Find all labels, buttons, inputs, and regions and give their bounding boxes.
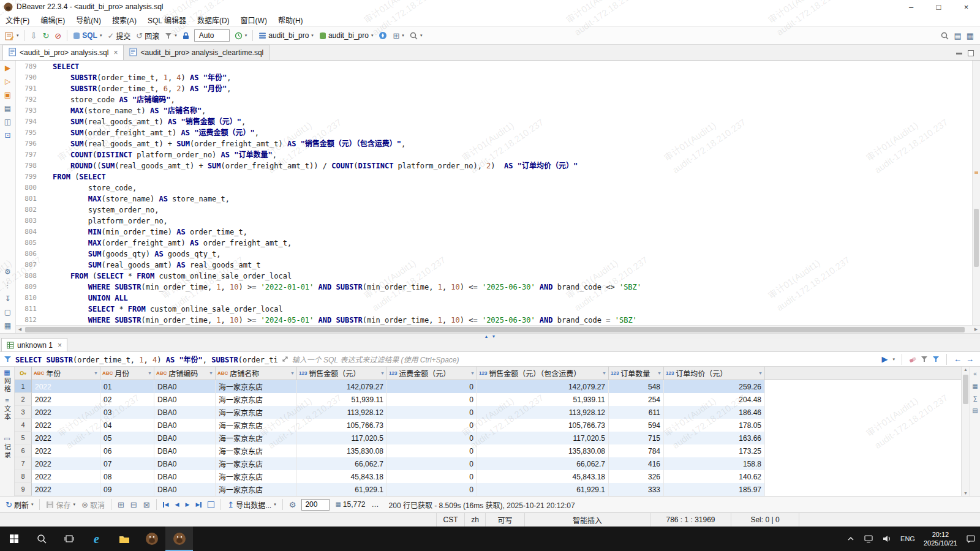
lock-button[interactable] [180,28,192,43]
record-mode-toggle[interactable]: ▭ 记录 [2,435,12,459]
table-cell[interactable]: DBA0 [154,444,216,457]
table-cell[interactable]: 51,939.11 [477,393,609,406]
column-filter-icon[interactable]: ▼ [470,371,475,375]
export-icon[interactable]: ↧ [4,295,10,302]
code-line[interactable]: 811 SELECT * FROM custom_online_sale_ord… [16,304,980,315]
database-select[interactable]: audit_bi_pro ▾ [256,28,316,43]
disconnect-button[interactable]: ⊘ [52,28,64,43]
file-icon[interactable]: ▢ [4,309,11,316]
table-cell[interactable]: 海一家京东店 [216,380,297,393]
table-cell[interactable]: 140.62 [664,470,765,483]
results-settings-button[interactable]: ⚙ [287,498,299,511]
row-number[interactable]: 5 [15,432,32,444]
table-cell[interactable]: 254 [609,393,664,406]
table-cell[interactable]: DBA0 [154,406,216,419]
table-cell[interactable]: 715 [609,432,664,444]
code-line[interactable]: 802 system_order_no, [16,204,980,216]
column-filter-icon[interactable]: ▼ [209,371,213,375]
editor-vscrollbar[interactable] [972,61,980,325]
maximize-editor-button[interactable] [968,50,974,56]
table-cell[interactable]: 01 [100,380,154,393]
ie-taskbar-icon[interactable]: e [83,527,110,551]
calc-panel-icon[interactable]: ∑ [973,395,977,402]
file-explorer-icon[interactable] [110,527,138,551]
table-cell[interactable]: 163.66 [664,432,765,444]
toolbar-search-button[interactable]: ▾ [407,28,425,43]
task-view-button[interactable] [55,527,83,551]
output-panel-icon[interactable]: ⊡ [4,132,10,139]
table-cell[interactable]: 海一家京东店 [216,393,297,406]
apply-filter-button[interactable]: ▶ [881,355,888,363]
table-cell[interactable]: 45,843.18 [477,470,609,483]
table-cell[interactable]: 海一家京东店 [216,432,297,444]
row-number[interactable]: 9 [15,483,32,496]
menu-item[interactable]: 数据库(D) [192,13,235,26]
auto-refresh-button[interactable]: ▾ [232,28,250,43]
table-cell[interactable]: 07 [100,457,154,470]
table-cell[interactable]: 0 [387,470,477,483]
filter-menu-icon[interactable] [932,356,940,362]
table-cell[interactable]: 2022 [32,470,100,483]
explain-plan-button[interactable]: ▣ [4,91,11,99]
code-line[interactable]: 795 SUM(order_freight_amt_t) AS "运费金额（元）… [16,127,980,138]
grid-vscroll-thumb[interactable] [963,375,968,404]
code-line[interactable]: 792 store_code AS "店铺编码", [16,94,980,105]
history-forward-button[interactable]: → [966,355,974,363]
taskbar-search-button[interactable] [28,527,55,551]
fetch-last-button[interactable]: ▶ [193,498,204,511]
table-cell[interactable]: 548 [609,380,664,393]
code-line[interactable]: 801 MAX(store_name) AS store_name_t, [16,193,980,204]
scroll-left-icon[interactable]: ◀ [16,327,24,332]
column-filter-icon[interactable]: ▼ [148,371,152,375]
taskbar-clock[interactable]: 20:12 2025/10/21 [919,527,962,551]
code-line[interactable]: 790 SUBSTR(order_time_t, 1, 4) AS "年份", [16,72,980,83]
menu-item[interactable]: 窗口(W) [235,13,273,26]
table-cell[interactable]: 784 [609,444,664,457]
row-number[interactable]: 2 [15,393,32,406]
table-cell[interactable]: 海一家京东店 [216,444,297,457]
transaction-filter-button[interactable]: ▾ [162,28,179,43]
table-cell[interactable]: 61,929.1 [477,483,609,496]
results-tab-close-icon[interactable]: × [58,341,62,350]
table-cell[interactable]: DBA0 [154,432,216,444]
code-line[interactable]: 805 MAX(order_freight_amt) AS order_frei… [16,238,980,249]
table-cell[interactable]: DBA0 [154,380,216,393]
results-tab[interactable]: unknown 1 × [1,338,67,351]
table-cell[interactable]: DBA0 [154,470,216,483]
table-cell[interactable]: 117,020.5 [297,432,387,444]
code-line[interactable]: 789SELECT [16,61,980,72]
row-number[interactable]: 7 [15,457,32,470]
code-line[interactable]: 804 MIN(min_order_time) AS order_time_t, [16,227,980,238]
code-line[interactable]: 797 COUNT(DISTINCT platform_order_no) AS… [16,149,980,160]
table-cell[interactable]: 66,062.7 [297,457,387,470]
row-number[interactable]: 4 [15,419,32,432]
table-cell[interactable]: 03 [100,406,154,419]
row-number[interactable]: 8 [15,470,32,483]
table-cell[interactable]: 158.8 [664,457,765,470]
editor-tab[interactable]: <audit_bi_pro> analysis.sql× [2,45,124,60]
tray-expand-chevron[interactable] [842,527,859,551]
row-number[interactable]: 6 [15,444,32,457]
sql-editor[interactable]: 789SELECT790 SUBSTR(order_time_t, 1, 4) … [16,61,980,333]
grid-vscrollbar[interactable]: ▲ ▼ [961,367,970,496]
column-filter-icon[interactable]: ▼ [657,371,662,375]
table-cell[interactable]: 416 [609,457,664,470]
menu-item[interactable]: 编辑(E) [35,13,70,26]
sql-mode-button[interactable]: SQL ▾ [70,28,104,43]
editor-results-splitter[interactable]: ▲ ▼ [0,333,980,339]
text-view-tab[interactable]: ≡ 文本 [2,397,12,421]
grid-view-tab[interactable]: ▦ 网格 [2,369,12,393]
fetch-next-button[interactable]: ▶ [183,498,192,511]
table-cell[interactable]: 2022 [32,457,100,470]
table-cell[interactable]: 51,939.11 [297,393,387,406]
add-row-button[interactable]: ⊞ [115,498,127,511]
row-number[interactable]: 3 [15,406,32,419]
column-header[interactable]: 123订单数量▼ [609,367,664,380]
table-cell[interactable]: 61,929.1 [297,483,387,496]
table-cell[interactable]: 0 [387,483,477,496]
table-cell[interactable]: 117,020.5 [477,432,609,444]
rollback-button[interactable]: ↺回滚 [134,28,162,43]
code-line[interactable]: 808 FROM (SELECT * FROM custom_online_sa… [16,271,980,282]
table-cell[interactable]: 0 [387,393,477,406]
grid-corner-cell[interactable] [15,367,32,380]
